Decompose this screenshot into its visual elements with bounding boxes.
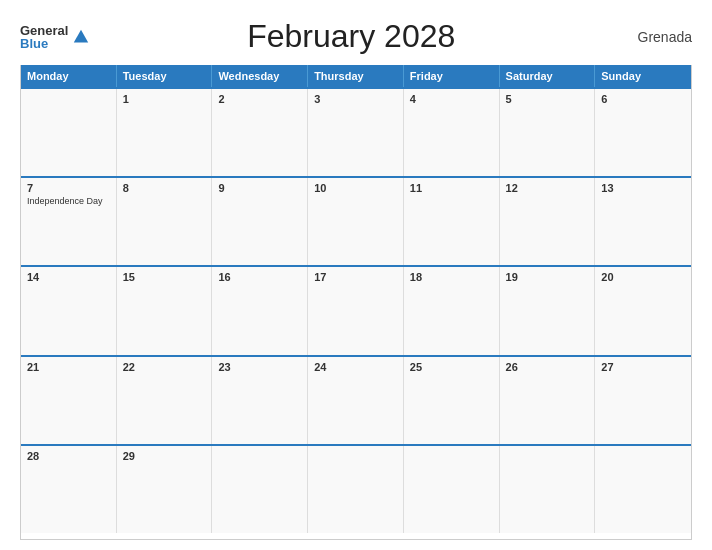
day-number: 1: [123, 93, 206, 105]
cal-cell-0-3: 3: [308, 89, 404, 176]
cal-cell-4-5: [500, 446, 596, 533]
day-number: 16: [218, 271, 301, 283]
week-row-2: 7Independence Day8910111213: [21, 176, 691, 265]
header-thursday: Thursday: [308, 65, 404, 87]
cal-cell-1-2: 9: [212, 178, 308, 265]
cal-cell-3-2: 23: [212, 357, 308, 444]
day-number: 11: [410, 182, 493, 194]
day-number: 13: [601, 182, 685, 194]
day-number: 6: [601, 93, 685, 105]
day-number: 25: [410, 361, 493, 373]
day-number: 12: [506, 182, 589, 194]
cal-cell-2-1: 15: [117, 267, 213, 354]
header-monday: Monday: [21, 65, 117, 87]
cal-cell-0-0: [21, 89, 117, 176]
day-number: 20: [601, 271, 685, 283]
cal-cell-4-6: [595, 446, 691, 533]
cal-cell-0-2: 2: [212, 89, 308, 176]
cal-cell-2-5: 19: [500, 267, 596, 354]
cal-cell-3-6: 27: [595, 357, 691, 444]
day-number: 4: [410, 93, 493, 105]
page-title: February 2028: [90, 18, 612, 55]
logo-icon: [72, 28, 90, 46]
cal-cell-3-4: 25: [404, 357, 500, 444]
cal-cell-4-3: [308, 446, 404, 533]
cal-cell-3-5: 26: [500, 357, 596, 444]
event-label: Independence Day: [27, 196, 110, 206]
day-number: 15: [123, 271, 206, 283]
day-number: 17: [314, 271, 397, 283]
day-number: 23: [218, 361, 301, 373]
day-number: 29: [123, 450, 206, 462]
day-number: 14: [27, 271, 110, 283]
cal-cell-2-3: 17: [308, 267, 404, 354]
cal-cell-3-0: 21: [21, 357, 117, 444]
svg-marker-0: [74, 29, 88, 42]
day-number: 24: [314, 361, 397, 373]
cal-cell-2-6: 20: [595, 267, 691, 354]
header-saturday: Saturday: [500, 65, 596, 87]
day-number: 22: [123, 361, 206, 373]
logo-blue-text: Blue: [20, 37, 68, 50]
day-number: 5: [506, 93, 589, 105]
calendar-grid: Monday Tuesday Wednesday Thursday Friday…: [20, 65, 692, 540]
cal-cell-1-4: 11: [404, 178, 500, 265]
header-friday: Friday: [404, 65, 500, 87]
day-number: 28: [27, 450, 110, 462]
header-tuesday: Tuesday: [117, 65, 213, 87]
week-row-4: 21222324252627: [21, 355, 691, 444]
week-row-3: 14151617181920: [21, 265, 691, 354]
day-number: 21: [27, 361, 110, 373]
cal-cell-1-1: 8: [117, 178, 213, 265]
cal-cell-0-1: 1: [117, 89, 213, 176]
day-number: 19: [506, 271, 589, 283]
day-number: 18: [410, 271, 493, 283]
week-row-1: 123456: [21, 87, 691, 176]
logo: General Blue: [20, 24, 90, 50]
cal-cell-1-0: 7Independence Day: [21, 178, 117, 265]
day-number: 2: [218, 93, 301, 105]
day-number: 8: [123, 182, 206, 194]
calendar-header: Monday Tuesday Wednesday Thursday Friday…: [21, 65, 691, 87]
cal-cell-1-3: 10: [308, 178, 404, 265]
header-wednesday: Wednesday: [212, 65, 308, 87]
week-row-5: 2829: [21, 444, 691, 533]
cal-cell-4-2: [212, 446, 308, 533]
cal-cell-2-4: 18: [404, 267, 500, 354]
cal-cell-4-1: 29: [117, 446, 213, 533]
cal-cell-4-0: 28: [21, 446, 117, 533]
day-number: 3: [314, 93, 397, 105]
cal-cell-4-4: [404, 446, 500, 533]
cal-cell-2-0: 14: [21, 267, 117, 354]
cal-cell-0-4: 4: [404, 89, 500, 176]
cal-cell-3-3: 24: [308, 357, 404, 444]
page-header: General Blue February 2028 Grenada: [20, 18, 692, 55]
day-number: 27: [601, 361, 685, 373]
cal-cell-1-5: 12: [500, 178, 596, 265]
cal-cell-0-6: 6: [595, 89, 691, 176]
day-number: 26: [506, 361, 589, 373]
cal-cell-1-6: 13: [595, 178, 691, 265]
header-sunday: Sunday: [595, 65, 691, 87]
day-number: 7: [27, 182, 110, 194]
cal-cell-3-1: 22: [117, 357, 213, 444]
logo-general-text: General: [20, 24, 68, 37]
calendar-body: 1234567Independence Day89101112131415161…: [21, 87, 691, 533]
day-number: 9: [218, 182, 301, 194]
cal-cell-0-5: 5: [500, 89, 596, 176]
cal-cell-2-2: 16: [212, 267, 308, 354]
day-number: 10: [314, 182, 397, 194]
calendar-page: General Blue February 2028 Grenada Monda…: [0, 0, 712, 550]
country-label: Grenada: [612, 29, 692, 45]
